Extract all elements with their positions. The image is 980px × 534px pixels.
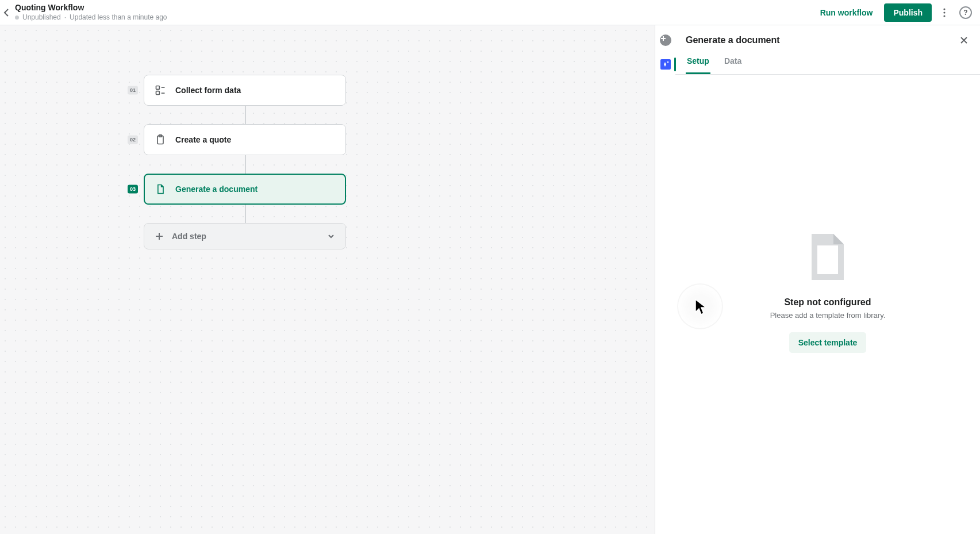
close-panel-button[interactable] — [958, 34, 970, 46]
connector-line — [245, 106, 246, 124]
panel-tabs: Setup Data — [675, 51, 980, 75]
svg-rect-4 — [156, 91, 160, 95]
workflow-updated: Updated less than a minute ago — [64, 14, 167, 21]
workflow-step-selected[interactable]: 03 Generate a document — [144, 174, 346, 205]
workflow-step[interactable]: 01 Collect form data — [144, 75, 346, 106]
step-number-badge: 02 — [128, 136, 138, 144]
tab-data[interactable]: Data — [723, 51, 743, 74]
empty-state-subtitle: Please add a template from library. — [770, 311, 886, 320]
kebab-icon — [943, 8, 946, 17]
step-label: Generate a document — [175, 185, 258, 194]
step-number-badge: 03 — [128, 185, 138, 194]
svg-rect-3 — [156, 86, 160, 90]
chevron-down-icon — [327, 232, 335, 240]
empty-state: Step not configured Please add a templat… — [770, 233, 886, 353]
rail-add-button[interactable] — [655, 32, 676, 48]
topbar: Quoting Workflow Unpublished Updated les… — [0, 0, 980, 25]
add-step-button[interactable]: Add step — [144, 223, 346, 249]
rail-configure-button[interactable] — [655, 56, 676, 72]
workflow-title: Quoting Workflow — [15, 3, 167, 12]
workflow-canvas[interactable]: 01 Collect form data 02 — [0, 25, 655, 534]
config-panel: Generate a document Setup Data Step not … — [675, 25, 980, 534]
help-button[interactable]: ? — [959, 6, 972, 19]
document-placeholder-icon — [808, 233, 847, 281]
plus-circle-icon — [660, 34, 671, 46]
step-label: Create a quote — [175, 135, 231, 144]
panel-title: Generate a document — [686, 35, 780, 45]
close-icon — [959, 36, 969, 45]
step-label: Collect form data — [175, 86, 241, 95]
connector-line — [245, 205, 246, 223]
add-step-label: Add step — [172, 232, 206, 241]
status-dot-icon — [15, 16, 19, 20]
connector-line — [245, 155, 246, 174]
svg-point-0 — [943, 8, 945, 10]
back-button[interactable] — [1, 0, 11, 25]
svg-point-2 — [943, 15, 945, 17]
document-icon — [155, 183, 166, 195]
workflow-step[interactable]: 02 Create a quote — [144, 124, 346, 155]
form-icon — [155, 84, 166, 96]
workflow-status: Unpublished — [22, 14, 61, 21]
chevron-left-icon — [3, 8, 9, 17]
svg-point-1 — [943, 11, 945, 13]
publish-button[interactable]: Publish — [884, 3, 932, 22]
sparkle-tile-icon — [660, 59, 671, 70]
workflow-meta: Unpublished Updated less than a minute a… — [15, 14, 167, 21]
svg-rect-17 — [817, 245, 838, 274]
title-block: Quoting Workflow Unpublished Updated les… — [15, 3, 167, 21]
plus-icon — [155, 232, 164, 241]
run-workflow-button[interactable]: Run workflow — [812, 3, 881, 22]
svg-point-14 — [667, 62, 668, 63]
step-number-badge: 01 — [128, 86, 138, 95]
more-menu-button[interactable] — [935, 3, 954, 22]
help-icon: ? — [963, 9, 967, 17]
clipboard-icon — [155, 134, 166, 145]
panel-rail — [655, 25, 675, 534]
empty-state-title: Step not configured — [784, 297, 871, 308]
tab-setup[interactable]: Setup — [686, 51, 710, 74]
select-template-button[interactable]: Select template — [789, 332, 867, 353]
